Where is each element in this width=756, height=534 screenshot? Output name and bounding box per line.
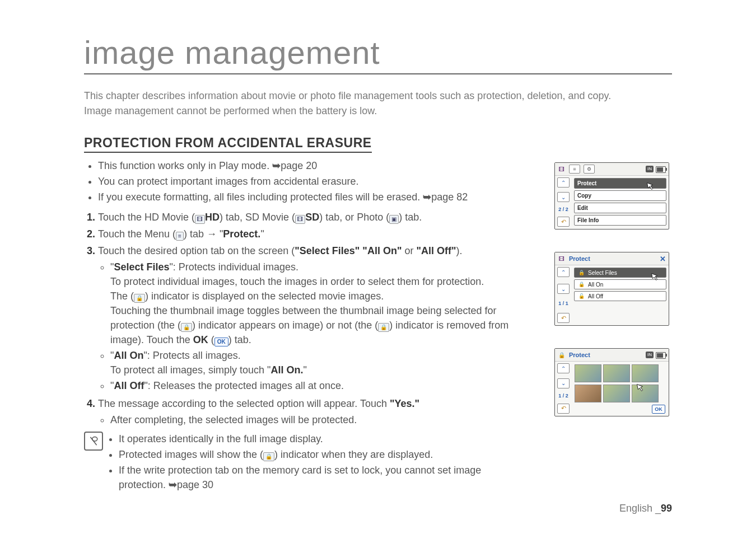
step-text: ) indicator is displayed on the selected… (145, 291, 384, 302)
close-button[interactable]: ✕ (660, 255, 666, 263)
step-4-sub: After completing, the selected images wi… (110, 413, 526, 427)
battery-icon (656, 352, 666, 359)
lock-mode-icon: 🔒 (558, 351, 566, 359)
scroll-down-button[interactable]: ⌄ (557, 284, 570, 294)
step-text: The ( (110, 291, 134, 302)
step-text: To protect all images, simply touch " (110, 364, 271, 376)
arrow-ref-icon: ➥ (169, 479, 177, 490)
step-text: Touch the Menu ( (98, 228, 176, 240)
intro-line1: This chapter describes information about… (84, 90, 611, 101)
page-ref: page 20 (281, 160, 317, 171)
ok-button[interactable]: OK (652, 405, 665, 414)
shot-title: Protect (569, 352, 590, 358)
back-button[interactable]: ↶ (557, 404, 570, 414)
steps-list: Touch the HD Movie (🎞HD) tab, SD Movie (… (98, 210, 526, 427)
back-button[interactable]: ↶ (557, 217, 570, 227)
thumbnail-row (573, 383, 667, 404)
scroll-up-button[interactable]: ⌃ (557, 363, 570, 373)
menu-icon: ≡ (176, 232, 184, 241)
scroll-up-button[interactable]: ⌃ (557, 177, 570, 188)
step-text: ": Protects individual images. (169, 261, 298, 273)
thumbnail[interactable] (632, 364, 659, 382)
footnote-item: Protected images will show the (🔒) indic… (119, 447, 526, 462)
page-ref: page 30 (177, 479, 213, 490)
step-text: ) tab, SD Movie ( (220, 212, 295, 223)
footer-sep: _ (655, 503, 661, 514)
photo-icon: ▣ (389, 215, 399, 224)
step-text: " (304, 364, 307, 376)
note-item: If you execute formatting, all files inc… (98, 190, 526, 204)
step-text: The message according to the selected op… (98, 398, 390, 409)
tab-list-icon[interactable]: ≡ (569, 165, 580, 174)
thumbnail[interactable] (603, 385, 630, 402)
note-item: You can protect important images from ac… (98, 174, 526, 189)
back-button[interactable]: ↶ (557, 313, 570, 323)
page-counter: 2 / 2 (558, 207, 568, 212)
option-select-files[interactable]: 🔒 Select Files (574, 268, 666, 278)
step-text: ": Releases the protected images all at … (144, 380, 344, 391)
option-all-on[interactable]: 🔒 All On (574, 279, 666, 289)
top-notes-list: This function works only in Play mode. ➥… (98, 158, 526, 204)
shot-sidecol: ⌃ ⌄ 2 / 2 ↶ (555, 175, 572, 229)
tab-settings-icon[interactable]: ⚙ (584, 165, 595, 174)
sub-all-off: "All Off": Releases the protected images… (110, 378, 526, 393)
step-3-sub-list: "Select Files": Protects individual imag… (110, 260, 526, 394)
note-text: This function works only in Play mode. (98, 160, 272, 171)
protect-label: Protect. (223, 228, 260, 240)
step-4: The message according to the selected op… (98, 396, 526, 427)
intro-text: This chapter describes information about… (84, 88, 672, 119)
scroll-up-button[interactable]: ⌃ (557, 267, 570, 277)
thumbnail[interactable] (575, 364, 601, 382)
lock-icon: 🔒 (181, 323, 192, 332)
menu-item-edit[interactable]: Edit (574, 203, 666, 213)
storage-badge: IN (646, 166, 654, 172)
select-files-name: Select Files (114, 261, 169, 273)
step-1: Touch the HD Movie (🎞HD) tab, SD Movie (… (98, 210, 526, 224)
page-footer: English _99 (619, 503, 672, 514)
menu-item-protect[interactable]: Protect (574, 178, 666, 189)
shot-toprow: 🔒 Protect IN (555, 349, 669, 362)
step-text: " (260, 228, 264, 240)
all-on-name: All On (114, 350, 143, 361)
menu-item-copy[interactable]: Copy (574, 190, 666, 201)
footnote-text: Protected images will show the ( (119, 449, 263, 460)
menu-item-file-info[interactable]: File Info (574, 215, 666, 226)
arrow-ref-icon: ➥ (272, 160, 281, 171)
ok-icon: OK (214, 338, 228, 346)
step-text: To protect individual images, touch the … (110, 276, 484, 287)
unlock-all-icon: 🔓 (577, 293, 585, 299)
thumbnail[interactable] (632, 385, 659, 402)
step-text: ) tab, or Photo ( (319, 212, 389, 223)
lock-icon: 🔒 (378, 323, 389, 332)
section-title: PROTECTION FROM ACCIDENTAL ERASURE (84, 135, 372, 153)
ok-label: OK (193, 334, 208, 345)
footer-page-number: 99 (661, 503, 672, 514)
step-text: ) tab → " (184, 228, 223, 240)
note-item: This function works only in Play mode. ➥… (98, 158, 526, 173)
step-text: ( (208, 334, 214, 345)
footnote-list: It operates identically in the full imag… (119, 432, 526, 493)
yes-label: "Yes." (390, 398, 419, 409)
step-4-sub-list: After completing, the selected images wi… (110, 413, 526, 427)
scroll-down-button[interactable]: ⌄ (557, 192, 570, 202)
sd-label: SD (305, 212, 319, 223)
arrow-ref-icon: ➥ (423, 191, 431, 203)
option-label: All Off (588, 293, 603, 299)
screenshot-thumbnail-select: 🔒 Protect IN ⌃ ⌄ 1 / 2 ↶ (554, 348, 669, 416)
page-ref: page 82 (431, 191, 468, 203)
hd-label: HD (205, 212, 220, 223)
shot-body: Protect Copy Edit File Info (572, 176, 669, 229)
scroll-down-button[interactable]: ⌄ (557, 378, 570, 388)
shot-sidecol: ⌃ ⌄ 1 / 1 ↶ (555, 265, 572, 325)
option-all-off[interactable]: 🔓 All Off (574, 291, 666, 301)
mode-icon: 🎞 (558, 255, 566, 263)
thumbnail[interactable] (575, 385, 601, 402)
shot-toprow: 🎞 Protect ✕ (555, 252, 669, 265)
note-text: If you execute formatting, all files inc… (98, 191, 423, 203)
footnote-box: It operates identically in the full imag… (84, 432, 526, 499)
svg-point-0 (92, 437, 97, 441)
step-text: ). (456, 245, 463, 256)
all-off-name: All Off (114, 380, 144, 391)
shot-body: 🔒 Select Files 🔒 All On 🔓 All Off (572, 265, 669, 305)
thumbnail[interactable] (603, 364, 630, 382)
